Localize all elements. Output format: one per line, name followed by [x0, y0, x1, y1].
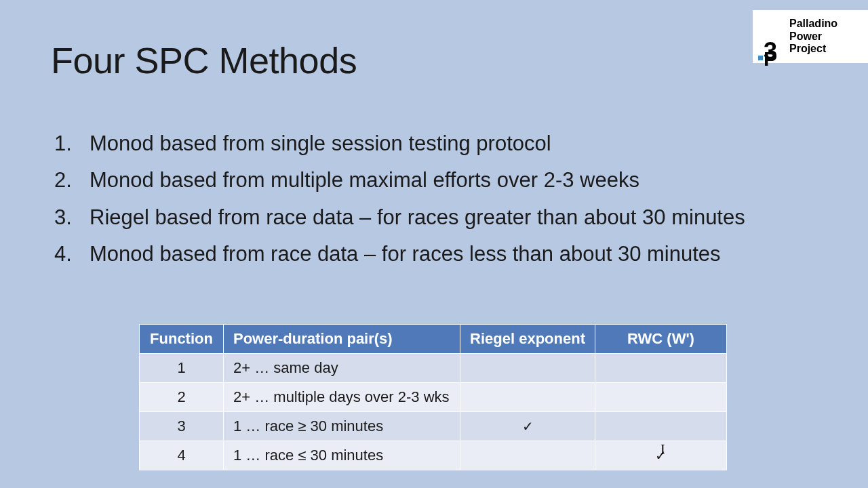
- list-number: 1.: [54, 125, 90, 162]
- cell-rwc: [595, 383, 727, 412]
- cell-pd: 2+ … same day: [224, 354, 460, 383]
- list-number: 4.: [54, 236, 90, 272]
- list-number: 3.: [54, 199, 90, 236]
- cell-re: [460, 383, 595, 412]
- cell-fn: 2: [140, 383, 224, 412]
- logo-mark-bottom: P: [764, 49, 777, 69]
- methods-table: Function Power-duration pair(s) Riegel e…: [139, 324, 727, 470]
- cell-rwc: [595, 412, 727, 441]
- slide: 3 P Palladino Power Project Four SPC Met…: [0, 0, 868, 488]
- list-text: Monod based from single session testing …: [90, 125, 821, 162]
- table-row: 1 2+ … same day: [140, 354, 727, 383]
- logo-dot-icon: [758, 56, 763, 60]
- table-row: 2 2+ … multiple days over 2-3 wks: [140, 383, 727, 412]
- methods-list: 1. Monod based from single session testi…: [54, 125, 821, 272]
- list-item: 4. Monod based from race data – for race…: [54, 236, 821, 272]
- cell-pd: 2+ … multiple days over 2-3 wks: [224, 383, 460, 412]
- text-cursor-icon: I: [660, 442, 665, 458]
- cell-re: [460, 354, 595, 383]
- cell-fn: 4: [140, 441, 224, 470]
- col-power-duration: Power-duration pair(s): [224, 325, 460, 354]
- logo-text: Palladino Power Project: [789, 18, 837, 55]
- cell-pd: 1 … race ≥ 30 minutes: [224, 412, 460, 441]
- slide-title: Four SPC Methods: [51, 39, 357, 81]
- cell-re: [460, 441, 595, 470]
- brand-logo: 3 P Palladino Power Project: [753, 10, 868, 63]
- list-item: 2. Monod based from multiple maximal eff…: [54, 162, 821, 199]
- list-text: Monod based from multiple maximal effort…: [90, 162, 821, 199]
- logo-line-1: Palladino: [789, 18, 837, 30]
- col-riegel: Riegel exponent: [460, 325, 595, 354]
- cell-fn: 3: [140, 412, 224, 441]
- cell-fn: 1: [140, 354, 224, 383]
- col-rwc: RWC (W'): [595, 325, 727, 354]
- table-row: 4 1 … race ≤ 30 minutes ✓: [140, 441, 727, 470]
- list-text: Monod based from race data – for races l…: [90, 236, 821, 272]
- list-number: 2.: [54, 162, 90, 199]
- list-item: 1. Monod based from single session testi…: [54, 125, 821, 162]
- check-icon: ✓: [460, 412, 595, 441]
- list-item: 3. Riegel based from race data – for rac…: [54, 199, 821, 236]
- logo-line-3: Project: [789, 43, 837, 55]
- cell-pd: 1 … race ≤ 30 minutes: [224, 441, 460, 470]
- list-text: Riegel based from race data – for races …: [90, 199, 821, 236]
- table-header-row: Function Power-duration pair(s) Riegel e…: [140, 325, 727, 354]
- cell-rwc: [595, 354, 727, 383]
- col-function: Function: [140, 325, 224, 354]
- logo-line-2: Power: [789, 30, 837, 43]
- table-row: 3 1 … race ≥ 30 minutes ✓: [140, 412, 727, 441]
